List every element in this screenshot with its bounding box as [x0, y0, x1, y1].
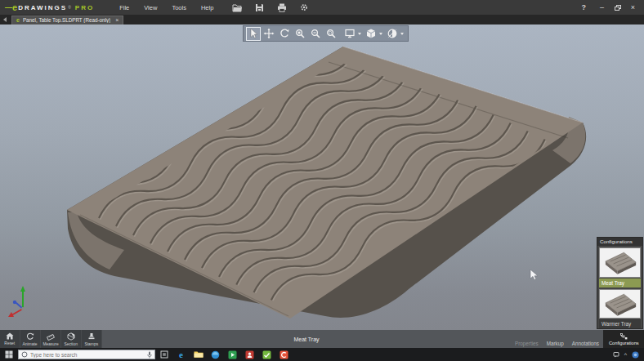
configurations-tab-icon — [620, 333, 628, 340]
configuration-item-warmer-tray[interactable]: Warmer Tray — [599, 319, 641, 328]
app-blue-icon — [211, 350, 220, 359]
measure-button[interactable]: Measure — [41, 330, 61, 348]
microphone-icon[interactable] — [147, 351, 152, 359]
system-tray: ^ — [613, 351, 644, 359]
section-view-icon — [387, 28, 398, 39]
stamps-label: Stamps — [85, 341, 99, 346]
view-orientation-caret-icon[interactable] — [358, 33, 361, 35]
configurations-panel-title[interactable]: Configurations — [597, 238, 642, 246]
zoom-fit-icon — [294, 28, 306, 39]
window-controls: – × — [594, 2, 641, 13]
menu-tools[interactable]: Tools — [164, 2, 194, 13]
title-bar: — e DRAWINGS ® PRO File View Tools Help — [0, 0, 644, 15]
tab-label: Panel, Table Top.SLDPRT (Read-only) — [23, 17, 110, 23]
select-arrow-icon — [248, 28, 259, 39]
start-button[interactable] — [0, 348, 18, 361]
display-style-caret-icon[interactable] — [379, 33, 382, 35]
taskbar-app-red[interactable] — [241, 348, 258, 361]
reset-label: Reset — [5, 341, 16, 345]
panel-tabs: Properties Markup Annotations — [511, 330, 603, 348]
app-green-2-icon — [262, 350, 271, 359]
zoom-fit-button[interactable] — [293, 27, 307, 41]
menu-view[interactable]: View — [136, 2, 164, 13]
edrawings-window: — e DRAWINGS ® PRO File View Tools Help — [0, 0, 644, 361]
measure-label: Measure — [42, 341, 58, 346]
tab-markup[interactable]: Markup — [543, 341, 568, 346]
zoom-button[interactable] — [308, 27, 323, 41]
tab-annotations[interactable]: Annotations — [568, 341, 603, 346]
restore-button[interactable] — [610, 2, 625, 13]
edge-icon: e — [179, 350, 183, 359]
mouse-cursor — [530, 270, 539, 284]
rotate-tool-button[interactable] — [277, 27, 292, 41]
save-icon[interactable] — [254, 2, 265, 12]
taskbar-app-edge[interactable]: e — [172, 348, 190, 361]
close-button[interactable]: × — [625, 2, 641, 13]
taskbar-app-blue[interactable] — [207, 348, 224, 361]
taskbar-app-orange[interactable] — [275, 348, 293, 361]
rotate-icon — [279, 28, 290, 39]
edrawings-logo: — e DRAWINGS ® PRO — [5, 2, 94, 12]
open-icon[interactable] — [232, 2, 243, 12]
view-orientation-button[interactable] — [342, 27, 357, 41]
animate-icon — [26, 332, 34, 341]
help-button[interactable]: ? — [574, 3, 595, 11]
tray-chevron-up-icon[interactable]: ^ — [624, 352, 627, 358]
search-input[interactable] — [30, 352, 145, 358]
pan-icon — [263, 28, 275, 39]
minimize-button[interactable]: – — [594, 2, 610, 13]
taskbar-app-green[interactable] — [224, 348, 241, 361]
stamps-button[interactable]: Stamps — [82, 330, 102, 348]
section-view-caret-icon[interactable] — [400, 33, 404, 35]
select-tool-button[interactable] — [246, 27, 261, 41]
display-style-button[interactable] — [364, 27, 378, 41]
tray-app-circle-icon[interactable] — [632, 351, 639, 359]
logo-drawings: DRAWINGS — [18, 4, 67, 11]
section-button[interactable]: Section — [61, 330, 82, 348]
tab-properties[interactable]: Properties — [511, 341, 543, 346]
title-toolbar — [232, 2, 309, 12]
file-explorer-icon — [194, 350, 203, 359]
menu-help[interactable]: Help — [194, 2, 221, 13]
section-icon — [67, 332, 75, 341]
configuration-item-meat-tray[interactable]: Meat Tray — [599, 279, 641, 287]
configurations-tab-label: Configurations — [609, 341, 639, 345]
section-label: Section — [65, 341, 78, 346]
document-tab[interactable]: e Panel, Table Top.SLDPRT (Read-only) × — [11, 16, 123, 25]
reset-button[interactable]: Reset — [0, 330, 20, 348]
taskbar-app-green-2[interactable] — [258, 348, 275, 361]
app-orange-icon — [280, 350, 288, 359]
section-view-button[interactable] — [385, 27, 400, 41]
view-orientation-icon — [344, 28, 356, 39]
animate-button[interactable]: Animate — [20, 330, 41, 348]
taskbar-search[interactable] — [18, 350, 155, 359]
app-green-icon — [228, 350, 237, 359]
tab-close-icon[interactable]: × — [115, 17, 119, 23]
model-panel-table-top[interactable] — [0, 25, 644, 330]
restore-icon — [615, 5, 621, 11]
tray-notification-icon[interactable] — [613, 351, 619, 358]
bottom-toolbar: Reset Animate Measure Section Stamps Mea… — [0, 330, 644, 348]
zoom-icon — [310, 28, 321, 39]
menu-file[interactable]: File — [112, 2, 136, 13]
status-bar: Meat Tray — [102, 330, 511, 348]
print-icon[interactable] — [276, 2, 287, 12]
options-gear-icon[interactable] — [298, 2, 309, 12]
animate-label: Animate — [23, 341, 38, 346]
zoom-area-button[interactable] — [324, 27, 338, 41]
logo-e: e — [12, 2, 17, 12]
cortana-icon — [21, 351, 28, 358]
stamps-icon — [87, 332, 96, 341]
configuration-thumbnail-meat-tray[interactable] — [599, 247, 641, 278]
logo-pro: PRO — [75, 4, 94, 11]
pin-icon[interactable] — [3, 17, 7, 22]
tab-edrawings-icon: e — [16, 17, 20, 23]
taskbar-app-file-explorer[interactable] — [190, 348, 207, 361]
document-tab-bar: e Panel, Table Top.SLDPRT (Read-only) × — [0, 15, 644, 25]
tab-configurations[interactable]: Configurations — [603, 330, 644, 348]
pan-tool-button[interactable] — [262, 27, 276, 41]
viewport-3d[interactable]: Configurations Meat Tray Warmer Tray — [0, 25, 644, 330]
configuration-thumbnail-warmer-tray[interactable] — [599, 289, 641, 319]
windows-taskbar: e ^ — [0, 348, 644, 361]
task-view-button[interactable] — [155, 348, 172, 361]
